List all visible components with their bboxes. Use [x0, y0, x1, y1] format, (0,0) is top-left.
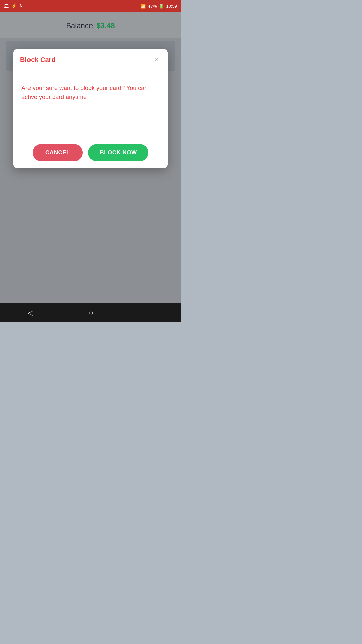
cancel-button[interactable]: CANCEL [33, 144, 83, 161]
time-display: 10:59 [166, 4, 177, 9]
status-bar: 🖼 ⚡ N 📶 47% 🔋 10:59 [0, 0, 181, 12]
block-card-modal: Block Card × Are your sure want to block… [13, 49, 168, 168]
home-button[interactable]: ○ [82, 306, 100, 319]
status-bar-left: 🖼 ⚡ N [4, 3, 23, 9]
recent-apps-button[interactable]: □ [142, 306, 160, 319]
modal-message: Are your sure want to block your card? Y… [21, 84, 160, 102]
nav-bar: ◁ ○ □ [0, 303, 181, 322]
modal-body: Are your sure want to block your card? Y… [13, 70, 168, 137]
usb-icon: ⚡ [11, 3, 17, 9]
modal-overlay: Block Card × Are your sure want to block… [0, 12, 181, 322]
battery-percent: 47% [148, 4, 157, 9]
back-button[interactable]: ◁ [21, 306, 40, 319]
modal-title: Block Card [20, 56, 56, 64]
battery-icon: 🔋 [159, 4, 164, 9]
modal-close-button[interactable]: × [152, 55, 161, 64]
image-icon: 🖼 [4, 3, 9, 9]
modal-header: Block Card × [13, 49, 168, 70]
block-now-button[interactable]: BLOCK NOW [88, 144, 148, 161]
signal-icon: 📶 [140, 4, 146, 9]
modal-footer: CANCEL BLOCK NOW [13, 137, 168, 168]
notification-icon: N [20, 4, 23, 8]
status-bar-right: 📶 47% 🔋 10:59 [140, 4, 177, 9]
